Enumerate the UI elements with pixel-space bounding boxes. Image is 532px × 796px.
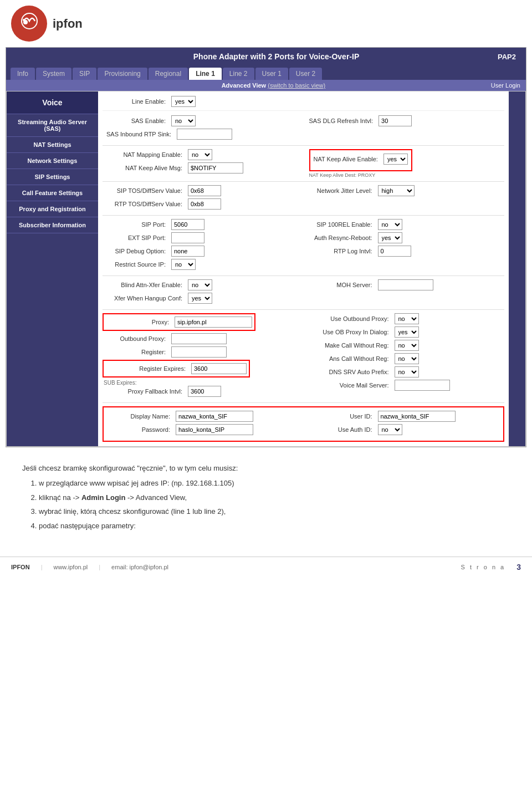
use-auth-row: Use Auth ID: noyes	[309, 424, 500, 435]
line-enable-select[interactable]: yes no	[171, 96, 196, 107]
footer-brand: IPFON	[11, 564, 30, 570]
device-model: PAP2	[498, 53, 521, 61]
content-area: Line Enable: yes no SAS Enable: noyes	[98, 91, 509, 446]
nat-keep-proxy-hint: NAT Keep Alive Dest: PROXY	[309, 172, 505, 178]
outbound-proxy-row: Outbound Proxy:	[103, 333, 298, 344]
user-login-link[interactable]: User Login	[491, 82, 520, 89]
sas-dlg-input[interactable]	[378, 115, 412, 126]
basic-view-link[interactable]: (switch to basic view)	[268, 82, 325, 89]
rtp-log-row: RTP Log Intvl:	[309, 246, 505, 257]
sas-section: SAS Enable: noyes SAS Inbound RTP Sink: …	[103, 115, 504, 142]
make-call-select[interactable]: noyes	[395, 340, 419, 351]
auth-resync-select[interactable]: yesno	[378, 232, 402, 243]
dns-srv-select[interactable]: noyes	[395, 366, 419, 377]
tab-info[interactable]: Info	[11, 68, 35, 80]
restrict-source-select[interactable]: noyes	[171, 259, 196, 270]
sip-debug-row: SIP Debug Option:	[103, 246, 298, 257]
nat-keep-msg-row: NAT Keep Alive Msg:	[103, 162, 298, 174]
ans-call-select[interactable]: noyes	[395, 353, 419, 364]
use-ob-proxy-label: Use OB Proxy In Dialog:	[309, 329, 392, 335]
sidebar-proxy: Proxy and Registration	[7, 201, 98, 217]
step-2: kliknąć na -> Admin Login -> Advanced Vi…	[39, 492, 510, 503]
user-id-input[interactable]	[378, 411, 456, 422]
sidebar-sas: Streaming Audio Server (SAS)	[7, 114, 98, 137]
outbound-proxy-input[interactable]	[171, 333, 227, 344]
use-outbound-select[interactable]: noyes	[395, 313, 419, 324]
footer-email: email: ipfon@ipfon.pl	[111, 564, 168, 570]
nat-mapping-select[interactable]: noyes	[188, 149, 212, 160]
moh-server-label: MOH Server:	[309, 282, 376, 288]
logo-icon	[11, 6, 47, 42]
tab-user2[interactable]: User 2	[289, 68, 322, 80]
sip-tos-row: SIP TOS/DiffServ Value:	[103, 185, 298, 196]
sas-enable-label: SAS Enable:	[103, 118, 169, 124]
tab-sip[interactable]: SIP	[73, 68, 96, 80]
sip-100rel-select[interactable]: noyes	[378, 219, 402, 230]
tab-system[interactable]: System	[36, 68, 71, 80]
sip-tos-input[interactable]	[188, 185, 221, 196]
sidebar-call-feature: Call Feature Settings	[7, 185, 98, 201]
sip-tos-label: SIP TOS/DiffServ Value:	[103, 187, 186, 194]
nat-keep-alive-select[interactable]: yesno	[383, 154, 408, 165]
rtp-tos-input[interactable]	[188, 198, 221, 210]
sas-enable-select[interactable]: noyes	[171, 115, 196, 126]
use-ob-proxy-select[interactable]: yesno	[395, 326, 419, 338]
svg-point-2	[23, 19, 25, 21]
restrict-source-label: Restrict Source IP:	[103, 261, 169, 268]
xfer-hangup-select[interactable]: yesno	[188, 293, 212, 304]
tab-provisioning[interactable]: Provisioning	[98, 68, 147, 80]
sas-inbound-input[interactable]	[177, 129, 232, 140]
auth-resync-label: Auth Resync-Reboot:	[309, 234, 376, 241]
rtp-tos-label: RTP TOS/DiffServ Value:	[103, 201, 186, 207]
tab-regional[interactable]: Regional	[149, 68, 188, 80]
blind-attn-label: Blind Attn-Xfer Enable:	[103, 282, 186, 288]
brand-name: ipfon	[53, 17, 83, 31]
network-jitter-row: Network Jitter Level: highmediumlow	[309, 185, 505, 196]
sidebar-voice-header: Voice	[7, 91, 98, 114]
sas-dlg-row: SAS DLG Refresh Intvl:	[309, 115, 505, 126]
proxy-fallback-label: Proxy Fallback Intvl:	[103, 388, 186, 395]
blind-attn-select[interactable]: noyes	[188, 279, 212, 290]
line-enable-label: Line Enable:	[103, 98, 169, 105]
make-call-label: Make Call Without Reg:	[309, 342, 392, 349]
voice-mail-input[interactable]	[395, 380, 450, 391]
tab-user1[interactable]: User 1	[255, 68, 288, 80]
device-title: Phone Adapter with 2 Ports for Voice-Ove…	[193, 52, 360, 61]
proxy-fallback-input[interactable]	[188, 386, 221, 397]
tab-line1[interactable]: Line 1	[189, 68, 222, 80]
ext-sip-row: EXT SIP Port:	[103, 232, 298, 243]
ext-sip-input[interactable]	[171, 232, 204, 243]
page-label: S t r o n a	[461, 564, 506, 570]
ans-call-row: Ans Call Without Reg: noyes	[309, 353, 505, 364]
device-banner: Phone Adapter with 2 Ports for Voice-Ove…	[6, 48, 526, 65]
moh-server-input[interactable]	[378, 279, 433, 290]
voice-mail-label: Voice Mail Server:	[309, 382, 392, 389]
nat-keep-msg-input[interactable]	[188, 162, 243, 174]
dns-srv-row: DNS SRV Auto Prefix: noyes	[309, 366, 505, 377]
register-input[interactable]	[171, 346, 227, 358]
sub-expires-hint: SUB Expires:	[104, 380, 298, 386]
use-auth-label: Use Auth ID:	[309, 426, 376, 433]
sip-port-input[interactable]	[171, 219, 204, 230]
restrict-source-row: Restrict Source IP: noyes	[103, 259, 298, 270]
tab-line2[interactable]: Line 2	[223, 68, 254, 80]
user-id-label: User ID:	[309, 413, 376, 420]
sas-dlg-label: SAS DLG Refresh Intvl:	[309, 118, 377, 124]
proxy-fallback-row: Proxy Fallback Intvl:	[103, 386, 298, 397]
rtp-log-input[interactable]	[378, 246, 411, 257]
sas-enable-row: SAS Enable: noyes	[103, 115, 298, 126]
display-name-input[interactable]	[176, 411, 253, 422]
blind-attn-row: Blind Attn-Xfer Enable: noyes	[103, 279, 298, 290]
sip-debug-input[interactable]	[171, 246, 204, 257]
network-jitter-select[interactable]: highmediumlow	[378, 185, 415, 196]
password-input[interactable]	[176, 424, 253, 435]
advanced-bar: Advanced View (switch to basic view) Use…	[6, 80, 526, 91]
subscriber-highlight-box: Display Name: Password: User ID:	[103, 406, 504, 442]
logo-area: ipfon	[0, 0, 532, 47]
use-auth-select[interactable]: noyes	[378, 424, 402, 435]
proxy-input[interactable]	[175, 317, 252, 328]
sip-port-row: SIP Port:	[103, 219, 298, 230]
sip-100rel-label: SIP 100REL Enable:	[309, 221, 376, 228]
reg-expires-input[interactable]	[191, 363, 247, 374]
use-outbound-label: Use Outbound Proxy:	[309, 315, 392, 322]
